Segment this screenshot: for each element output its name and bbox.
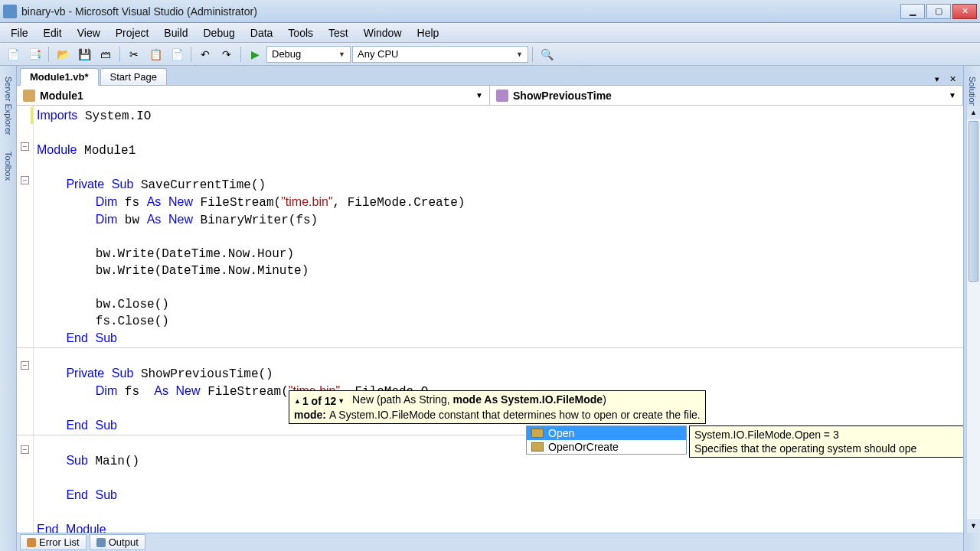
menu-help[interactable]: Help	[410, 24, 447, 41]
error-list-tab[interactable]: Error List	[20, 534, 87, 550]
add-item-button[interactable]: 📑	[24, 45, 44, 64]
undo-button[interactable]: ↶	[195, 45, 215, 64]
open-button[interactable]: 📂	[53, 45, 73, 64]
chevron-down-icon: ▼	[949, 91, 956, 99]
platform-value: Any CPU	[358, 48, 398, 60]
intellisense-item-label: Open	[548, 427, 574, 439]
save-button[interactable]: 💾	[74, 45, 94, 64]
left-dock: Server Explorer Toolbox	[0, 66, 17, 551]
redo-button[interactable]: ↷	[217, 45, 237, 64]
start-debug-button[interactable]: ▶	[245, 45, 265, 64]
enum-icon	[531, 442, 544, 452]
code-editor[interactable]: − − − − Imports System.IO Module Module1…	[17, 106, 963, 536]
param-sig-suffix: )	[603, 393, 606, 406]
member-nav-dropdown[interactable]: ShowPreviousTime ▼	[490, 86, 963, 105]
window-title: binary-vb - Microsoft Visual Studio (Adm…	[21, 5, 900, 18]
editor-zone: Module1.vb* Start Page ▾ ✕ Module1 ▼ Sho…	[17, 66, 963, 551]
title-bar: binary-vb - Microsoft Visual Studio (Adm…	[0, 0, 980, 23]
nav-dropdowns: Module1 ▼ ShowPreviousTime ▼	[17, 86, 963, 106]
menu-test[interactable]: Test	[321, 24, 356, 41]
param-counter: 1 of 12	[302, 394, 336, 408]
menu-data[interactable]: Data	[243, 24, 281, 41]
cut-button[interactable]: ✂	[124, 45, 144, 64]
paste-button[interactable]: 📄	[167, 45, 187, 64]
param-name-label: mode:	[294, 409, 326, 421]
menu-window[interactable]: Window	[356, 24, 410, 41]
param-desc: A System.IO.FileMode constant that deter…	[329, 409, 701, 421]
chevron-down-icon: ▼	[516, 51, 523, 58]
method-icon	[496, 90, 508, 102]
save-all-button[interactable]: 🗃	[96, 45, 116, 64]
intellisense-item-label: OpenOrCreate	[548, 441, 619, 453]
close-button[interactable]: ✕	[952, 4, 977, 19]
bottom-dock-tabs: Error List Output	[17, 533, 963, 551]
intelli-desc-line2: Specifies that the operating system shou…	[694, 442, 963, 455]
menu-debug[interactable]: Debug	[196, 24, 243, 41]
tab-close-button[interactable]: ✕	[946, 73, 959, 85]
chevron-down-icon: ▼	[475, 91, 483, 99]
member-nav-value: ShowPreviousTime	[513, 90, 612, 102]
enum-icon	[531, 429, 544, 438]
config-value: Debug	[272, 48, 301, 60]
find-button[interactable]: 🔍	[537, 45, 557, 64]
scroll-up-button[interactable]: ▲	[967, 106, 980, 119]
output-icon	[96, 538, 106, 547]
copy-button[interactable]: 📋	[145, 45, 165, 64]
tab-module1[interactable]: Module1.vb*	[20, 68, 99, 86]
vscroll-thumb[interactable]	[969, 121, 978, 282]
type-nav-dropdown[interactable]: Module1 ▼	[17, 86, 490, 105]
intellisense-item[interactable]: Open	[527, 426, 686, 440]
new-project-button[interactable]: 📄	[3, 45, 23, 64]
output-tab[interactable]: Output	[90, 534, 145, 550]
document-tabs: Module1.vb* Start Page ▾ ✕	[17, 66, 963, 86]
menu-project[interactable]: Project	[108, 24, 157, 41]
code-content[interactable]: Imports System.IO Module Module1 Private…	[17, 106, 963, 536]
maximize-button[interactable]: ▢	[926, 4, 951, 19]
app-icon	[3, 5, 17, 18]
tab-dropdown-button[interactable]: ▾	[931, 73, 943, 85]
body-area: Server Explorer Toolbox Module1.vb* Star…	[0, 66, 980, 551]
tab-start-page[interactable]: Start Page	[100, 68, 167, 85]
config-dropdown[interactable]: Debug ▼	[266, 46, 351, 63]
scroll-down-button[interactable]: ▼	[967, 519, 980, 533]
chevron-down-icon: ▼	[338, 51, 345, 58]
type-nav-value: Module1	[40, 90, 83, 102]
menu-file[interactable]: File	[3, 24, 36, 41]
error-list-label: Error List	[39, 536, 80, 548]
toolbox-tab[interactable]: Toolbox	[2, 147, 15, 185]
menu-tools[interactable]: Tools	[280, 24, 321, 41]
param-next-button[interactable]: ▼	[338, 394, 345, 408]
intellisense-list[interactable]: Open OpenOrCreate	[526, 425, 687, 455]
vertical-scrollbar[interactable]: ▲ ▼	[966, 106, 980, 533]
server-explorer-tab[interactable]: Server Explorer	[2, 72, 15, 139]
menu-edit[interactable]: Edit	[36, 24, 70, 41]
intellisense-item[interactable]: OpenOrCreate	[527, 440, 686, 454]
menu-view[interactable]: View	[70, 24, 108, 41]
minimize-button[interactable]: ▁	[900, 4, 925, 19]
output-label: Output	[109, 536, 139, 548]
param-sig-current: mode As System.IO.FileMode	[453, 393, 603, 406]
parameter-info-tooltip: ▲ 1 of 12 ▼ New (path As String, mode As…	[289, 390, 706, 424]
toolbar: 📄 📑 📂 💾 🗃 ✂ 📋 📄 ↶ ↷ ▶ Debug ▼ Any CPU ▼ …	[0, 43, 980, 66]
module-icon	[23, 90, 35, 102]
intellisense-description: System.IO.FileMode.Open = 3 Specifies th…	[689, 425, 963, 458]
param-sig-prefix: New (path As String,	[352, 393, 453, 406]
menu-bar: File Edit View Project Build Debug Data …	[0, 23, 980, 43]
platform-dropdown[interactable]: Any CPU ▼	[352, 46, 528, 63]
error-list-icon	[27, 538, 36, 547]
intelli-desc-line1: System.IO.FileMode.Open = 3	[694, 428, 963, 442]
menu-build[interactable]: Build	[156, 24, 195, 41]
param-prev-button[interactable]: ▲	[294, 394, 301, 408]
